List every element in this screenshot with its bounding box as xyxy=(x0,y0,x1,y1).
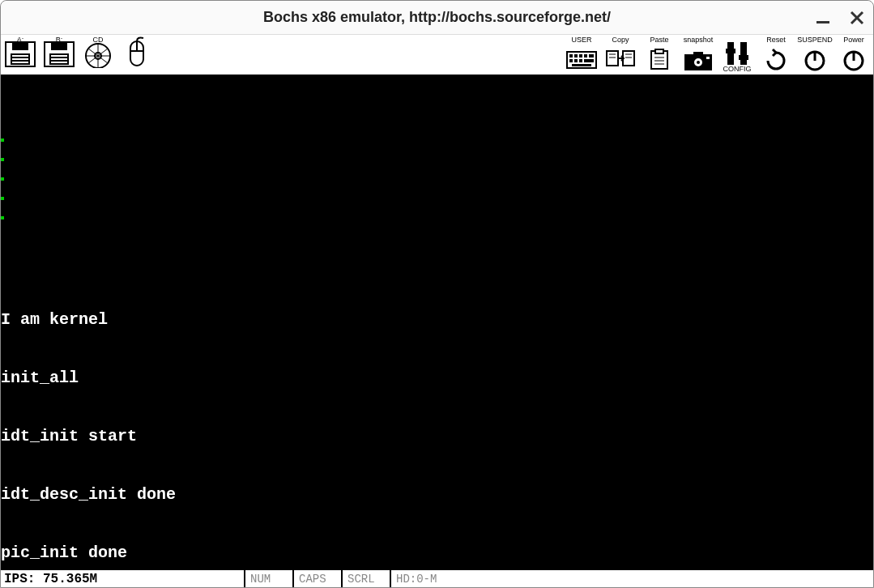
svg-rect-8 xyxy=(12,62,28,63)
power-button[interactable]: Power xyxy=(834,35,873,74)
drive-b-button[interactable]: B: xyxy=(40,35,79,74)
svg-rect-12 xyxy=(51,55,67,57)
titlebar: Bochs x86 emulator, http://bochs.sourcef… xyxy=(1,1,873,35)
window-title: Bochs x86 emulator, http://bochs.sourcef… xyxy=(263,9,611,26)
drive-a-button[interactable]: A: xyxy=(1,35,40,74)
paste-button[interactable]: Paste xyxy=(640,35,679,74)
svg-rect-13 xyxy=(51,58,67,60)
svg-rect-27 xyxy=(574,59,578,62)
terminal[interactable]: I am kernel init_all idt_init start idt_… xyxy=(1,75,873,569)
drive-cd-button[interactable]: CD xyxy=(79,35,117,74)
svg-point-45 xyxy=(697,61,700,64)
toolbar-right: USER Copy Paste snapshot CONFIG Reset SU… xyxy=(562,35,873,75)
svg-rect-50 xyxy=(739,55,748,60)
status-hd: HD:0-M xyxy=(390,570,454,587)
svg-rect-22 xyxy=(574,54,578,58)
svg-rect-23 xyxy=(579,54,582,58)
svg-rect-43 xyxy=(693,52,703,57)
svg-rect-0 xyxy=(816,21,829,23)
svg-rect-38 xyxy=(655,49,663,53)
toolbar: A: B: CD USER Copy Paste snapshot xyxy=(1,35,873,75)
svg-rect-31 xyxy=(607,51,618,66)
window-controls xyxy=(813,8,867,28)
svg-rect-24 xyxy=(584,54,587,58)
close-button[interactable] xyxy=(847,8,867,28)
snapshot-button[interactable]: snapshot xyxy=(679,35,718,74)
copy-button[interactable]: Copy xyxy=(601,35,640,74)
mouse-icon xyxy=(121,36,153,72)
svg-rect-14 xyxy=(51,62,67,63)
suspend-button[interactable]: SUSPEND xyxy=(795,35,834,74)
svg-rect-26 xyxy=(569,59,573,62)
svg-rect-46 xyxy=(706,57,710,59)
keyboard-icon xyxy=(565,49,598,71)
term-line: init_all xyxy=(1,369,873,388)
svg-rect-49 xyxy=(726,49,735,53)
minimize-icon xyxy=(815,10,831,26)
reset-icon xyxy=(761,48,791,72)
mouse-toggle-button[interactable] xyxy=(117,35,156,74)
term-line: idt_desc_init done xyxy=(1,485,873,505)
svg-rect-25 xyxy=(589,54,594,58)
power-icon xyxy=(839,48,868,72)
status-caps: CAPS xyxy=(292,570,341,587)
close-icon xyxy=(850,11,864,25)
camera-icon xyxy=(682,49,714,71)
statusbar: IPS: 75.365M NUM CAPS SCRL HD:0-M xyxy=(1,569,873,587)
status-ips: IPS: 75.365M xyxy=(1,570,244,587)
svg-rect-6 xyxy=(12,55,28,57)
power-icon xyxy=(800,48,829,72)
config-button[interactable]: CONFIG xyxy=(718,35,757,74)
svg-rect-48 xyxy=(740,42,747,65)
svg-rect-30 xyxy=(572,64,591,66)
minimize-button[interactable] xyxy=(813,8,833,28)
toolbar-left: A: B: CD xyxy=(1,35,156,75)
reset-button[interactable]: Reset xyxy=(757,35,795,74)
floppy-icon xyxy=(4,40,36,68)
svg-rect-21 xyxy=(569,54,573,58)
term-line: I am kernel xyxy=(1,310,873,330)
cd-icon xyxy=(82,40,114,68)
paste-icon xyxy=(643,49,676,71)
floppy-icon xyxy=(43,40,75,68)
svg-rect-28 xyxy=(579,59,582,62)
term-line: idt_init start xyxy=(1,427,873,446)
svg-rect-7 xyxy=(12,58,28,60)
svg-rect-29 xyxy=(584,59,594,62)
user-keyboard-button[interactable]: USER xyxy=(562,35,601,74)
status-scrl: SCRL xyxy=(341,570,390,587)
term-line: pic_init done xyxy=(1,543,873,563)
status-num: NUM xyxy=(244,570,292,587)
cursor-margin-marks xyxy=(1,100,6,189)
copy-icon xyxy=(604,49,637,71)
